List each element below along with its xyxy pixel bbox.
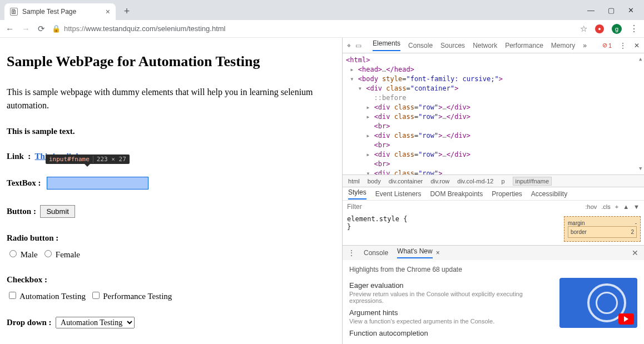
- page-lead: This is sample webpage with dummy elemen…: [7, 86, 335, 112]
- drawer-close-icon[interactable]: ✕: [632, 248, 638, 257]
- profile-avatar[interactable]: g: [612, 24, 622, 34]
- elements-tree[interactable]: ▲▼ <html> ▸ <head>…</head> ▾ <body style…: [343, 53, 644, 175]
- cls-toggle[interactable]: .cls: [601, 203, 611, 210]
- tab-memory[interactable]: Memory: [551, 42, 575, 49]
- link-label: Link: [7, 152, 24, 161]
- reload-button[interactable]: ⟳: [38, 24, 45, 34]
- inspect-tooltip: input#fname 223 × 27: [46, 154, 130, 164]
- more-tabs-icon[interactable]: »: [583, 42, 587, 49]
- window-controls: — ▢ ✕: [577, 0, 644, 20]
- chrome-menu-icon[interactable]: ⋮: [630, 23, 638, 34]
- tab-network[interactable]: Network: [473, 42, 497, 49]
- video-thumbnail[interactable]: [559, 278, 637, 328]
- minimize-icon[interactable]: —: [587, 6, 595, 14]
- styles-filter-input[interactable]: [343, 201, 581, 213]
- close-window-icon[interactable]: ✕: [628, 6, 634, 14]
- close-tab-icon[interactable]: ×: [106, 8, 110, 16]
- checkbox-performance[interactable]: [92, 292, 100, 299]
- textbox-label: TextBox :: [7, 178, 41, 188]
- fname-input[interactable]: [47, 177, 148, 190]
- dropdown[interactable]: Automation Testing: [56, 317, 135, 328]
- inspect-element-icon[interactable]: ⌖: [347, 42, 351, 49]
- breadcrumb[interactable]: html body div.container div.row div.col-…: [343, 175, 644, 187]
- devtools-panel: ⌖ ▭ Elements Console Sources Network Per…: [342, 38, 644, 344]
- error-badge[interactable]: ⊘ 1: [602, 42, 612, 49]
- page-favicon-icon: 🗎: [10, 8, 18, 16]
- styles-tabs: Styles Event Listeners DOM Breakpoints P…: [343, 187, 644, 200]
- new-tab-button[interactable]: +: [119, 3, 135, 19]
- radio-male[interactable]: [9, 250, 17, 257]
- device-toggle-icon[interactable]: ▭: [355, 42, 361, 49]
- hov-toggle[interactable]: :hov: [585, 203, 597, 210]
- box-model: margin - border 2: [561, 213, 644, 245]
- bookmark-star-icon[interactable]: ☆: [580, 24, 587, 34]
- browser-tab-strip: 🗎 Sample Test Page × + — ▢ ✕: [0, 0, 644, 20]
- extension-badge[interactable]: ●: [595, 24, 604, 33]
- button-label: Button: [7, 207, 31, 216]
- tab-console[interactable]: Console: [408, 42, 433, 49]
- radio-female[interactable]: [44, 250, 52, 257]
- add-rule-icon[interactable]: +: [615, 203, 618, 210]
- devtools-close-icon[interactable]: ✕: [634, 42, 640, 49]
- tab-sources[interactable]: Sources: [440, 42, 465, 49]
- page-title: Sample WebPage for Automation Testing: [7, 53, 335, 70]
- sample-bold-text: This is sample text.: [7, 127, 335, 136]
- checkbox-automation[interactable]: [9, 292, 16, 299]
- drawer-highlights: Highlights from the Chrome 68 update: [349, 266, 637, 273]
- maximize-icon[interactable]: ▢: [608, 6, 615, 14]
- forward-button: →: [22, 24, 30, 33]
- tab-styles[interactable]: Styles: [348, 188, 366, 200]
- lock-icon: 🔒: [52, 24, 61, 33]
- devtools-toolbar: ⌖ ▭ Elements Console Sources Network Per…: [343, 38, 644, 53]
- radio-label: Radio button: [7, 233, 54, 242]
- address-bar: ← → ⟳ 🔒 https://www.testandquiz.com/sele…: [0, 20, 644, 38]
- drawer-menu-icon[interactable]: ⋮: [348, 249, 355, 257]
- devtools-drawer: ⋮ Console What's New × ✕ Highlights from…: [343, 245, 644, 344]
- tab-title: Sample Test Page: [22, 8, 76, 16]
- url-box[interactable]: 🔒 https://www.testandquiz.com/selenium/t…: [52, 24, 225, 33]
- tab-performance[interactable]: Performance: [505, 42, 543, 49]
- devtools-menu-icon[interactable]: ⋮: [620, 42, 626, 49]
- dropdown-label: Drop down: [7, 318, 47, 327]
- close-whatsnew-icon[interactable]: ×: [436, 249, 440, 257]
- play-icon: [618, 313, 634, 325]
- webpage-content: Sample WebPage for Automation Testing Th…: [0, 38, 342, 344]
- submit-button[interactable]: Submit: [40, 205, 75, 218]
- checkbox-label: Checkbox: [7, 275, 42, 284]
- drawer-tab-whatsnew[interactable]: What's New: [397, 247, 433, 258]
- back-button[interactable]: ←: [6, 24, 14, 33]
- tab-elements[interactable]: Elements: [373, 39, 400, 51]
- browser-tab[interactable]: 🗎 Sample Test Page ×: [4, 3, 116, 20]
- drawer-tab-console[interactable]: Console: [364, 249, 388, 257]
